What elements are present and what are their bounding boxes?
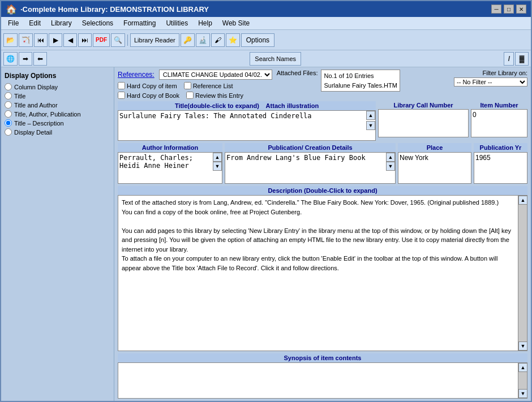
toolbar-search-btn[interactable]: 🔍 xyxy=(111,33,125,47)
title-section: Title(double-click to expand) Attach ill… xyxy=(118,101,376,141)
reference-list-checkbox[interactable]: Reference List xyxy=(184,82,233,89)
synopsis-body[interactable] xyxy=(118,362,518,399)
title-scroll-up[interactable]: ▲ xyxy=(366,111,375,120)
review-entry-checkbox[interactable]: Review this Entry xyxy=(186,92,243,99)
radio-title-input[interactable] xyxy=(5,92,12,100)
toolbar-arrow-btn[interactable]: 🏹 xyxy=(19,33,33,47)
filter-select[interactable]: -- No Filter -- xyxy=(454,77,527,87)
options-button[interactable]: Options xyxy=(241,33,274,47)
title-scroll-down[interactable]: ▼ xyxy=(366,121,375,130)
toolbar-key-btn[interactable]: 🔑 xyxy=(181,33,195,47)
synopsis-scroll-track xyxy=(518,372,527,389)
radio-title-author-label: Title and Author xyxy=(14,102,58,109)
hard-copy-book-input[interactable] xyxy=(118,92,125,99)
window-title: ·Complete Home Library: DEMONSTRATION LI… xyxy=(20,5,209,14)
author-scroll-up[interactable]: ▲ xyxy=(213,153,222,162)
menu-formatting[interactable]: Formatting xyxy=(119,18,160,28)
checkboxes-row2: Hard Copy of Book Review this Entry xyxy=(118,92,272,99)
main-window: 🏠 ·Complete Home Library: DEMONSTRATION … xyxy=(0,0,532,402)
toolbar-first-btn[interactable]: ⏮ xyxy=(34,33,48,47)
toolbar-right-btn[interactable]: ➡ xyxy=(19,52,32,66)
menubar: File Edit Library Selections Formatting … xyxy=(1,17,531,30)
menu-website[interactable]: Web Site xyxy=(218,18,254,28)
toolbar-open-btn[interactable]: 📂 xyxy=(3,33,18,47)
radio-title-author[interactable]: Title and Author xyxy=(5,101,110,109)
menu-file[interactable]: File xyxy=(3,18,23,28)
description-header[interactable]: Description (Double-Click to expand) xyxy=(118,186,527,195)
radio-column-display[interactable]: Column Display xyxy=(5,83,110,90)
toolbar-last-btn[interactable]: ⏭ xyxy=(78,33,92,47)
author-textarea[interactable]: Perrault, Charles; Heidi Anne Heiner xyxy=(118,153,213,183)
toolbar-prev-btn[interactable]: ◀ xyxy=(63,33,77,47)
library-reader-button[interactable]: Library Reader xyxy=(130,33,179,47)
italic-button[interactable]: I xyxy=(504,52,514,66)
description-body[interactable]: Text of the attached story is from Lang,… xyxy=(118,195,518,351)
menu-help[interactable]: Help xyxy=(194,18,217,28)
pubyear-field[interactable]: 1965 xyxy=(474,152,527,184)
reference-list-input[interactable] xyxy=(184,82,191,89)
menu-edit[interactable]: Edit xyxy=(24,18,45,28)
toolbar-brush-btn[interactable]: 🖌 xyxy=(211,33,225,47)
item-number-label: Item Number xyxy=(471,101,527,109)
pub-scroll-down[interactable]: ▼ xyxy=(386,162,395,171)
hard-copy-item-checkbox[interactable]: Hard Copy of item xyxy=(118,82,177,89)
radio-title-author-pub-input[interactable] xyxy=(5,110,12,118)
pub-textarea[interactable]: From Andrew Lang's Blue Fairy Book xyxy=(225,153,386,183)
radio-title[interactable]: Title xyxy=(5,92,110,100)
radio-title-desc[interactable]: Title – Description xyxy=(5,119,110,127)
radio-title-author-input[interactable] xyxy=(5,101,12,109)
author-scroll-down[interactable]: ▼ xyxy=(213,162,222,171)
toolbar-globe-btn[interactable]: 🌐 xyxy=(3,52,18,66)
menu-library[interactable]: Library xyxy=(46,18,76,28)
item-number-field[interactable]: 0 xyxy=(471,109,527,137)
references-label[interactable]: References: xyxy=(118,71,155,79)
search-names-button[interactable]: Search Names xyxy=(250,52,301,66)
window-controls: ─ □ ✕ xyxy=(491,5,526,14)
synopsis-scroll-down[interactable]: ▼ xyxy=(518,389,527,398)
synopsis-scroll-up[interactable]: ▲ xyxy=(518,363,527,372)
radio-display-detail-input[interactable] xyxy=(5,128,12,136)
call-number-field[interactable] xyxy=(378,109,469,137)
display-options-title: Display Options xyxy=(5,72,110,80)
hard-copy-item-input[interactable] xyxy=(118,82,125,89)
filter-label: Filter Library on: xyxy=(483,70,527,76)
desc-scrollbar: ▲ ▼ xyxy=(518,195,527,351)
toolbar-extra-btn[interactable]: ▓ xyxy=(515,52,529,66)
toolbar-pdf-btn[interactable]: PDF xyxy=(93,33,110,47)
attached-files-label: Attached Files: xyxy=(277,70,318,76)
menu-selections[interactable]: Selections xyxy=(78,18,118,28)
toolbar-row2: 🌐 ➡ ⬅ Search Names I ▓ xyxy=(1,50,531,67)
pub-label: Publication/ Creation Details xyxy=(225,143,396,152)
title-textarea[interactable]: Surlalune Fairy Tales: The Annotated Cin… xyxy=(118,111,365,140)
menu-utilities[interactable]: Utilities xyxy=(161,18,192,28)
attached-line2: Surlalune Fairy Tales.HTM xyxy=(324,81,397,90)
pub-scroll-up[interactable]: ▲ xyxy=(386,153,395,162)
hard-copy-book-checkbox[interactable]: Hard Copy of Book xyxy=(118,92,179,99)
attached-line1: No.1 of 10 Entries xyxy=(324,71,397,81)
toolbar-mag-btn[interactable]: 🔬 xyxy=(196,33,210,47)
toolbar-star-btn[interactable]: ⭐ xyxy=(226,33,240,47)
toolbar-sep1 xyxy=(127,34,128,46)
title-row: Title(double-click to expand) Attach ill… xyxy=(118,101,527,141)
place-field[interactable]: New York xyxy=(398,152,471,184)
review-entry-input[interactable] xyxy=(186,92,194,99)
minimize-button[interactable]: ─ xyxy=(491,5,501,14)
title-scroll-btns: ▲ ▼ xyxy=(366,111,375,140)
close-button[interactable]: ✕ xyxy=(516,5,526,14)
toolbar-left-btn[interactable]: ⬅ xyxy=(33,52,47,66)
desc-scroll-up[interactable]: ▲ xyxy=(518,196,527,205)
radio-column-display-input[interactable] xyxy=(5,83,12,90)
radio-title-desc-input[interactable] xyxy=(5,119,12,127)
maximize-button[interactable]: □ xyxy=(504,5,514,14)
desc-scroll-down[interactable]: ▼ xyxy=(518,342,527,351)
pub-scroll: ▲ ▼ xyxy=(386,153,395,183)
radio-title-author-pub[interactable]: Title, Author, Publication xyxy=(5,110,110,118)
place-section: Place New York xyxy=(398,143,471,184)
references-select[interactable]: CLIMATE CHANGE Updated 04/02. xyxy=(159,70,272,80)
radio-display-detail[interactable]: Display Detail xyxy=(5,128,110,136)
checkboxes-row: Hard Copy of item Reference List xyxy=(118,82,272,89)
title-section-header[interactable]: Title(double-click to expand) Attach ill… xyxy=(118,101,376,110)
toolbar-next-btn[interactable]: ▶ xyxy=(49,33,62,47)
hard-copy-book-label: Hard Copy of Book xyxy=(127,92,179,99)
filter-panel: Filter Library on: -- No Filter -- xyxy=(454,70,527,87)
